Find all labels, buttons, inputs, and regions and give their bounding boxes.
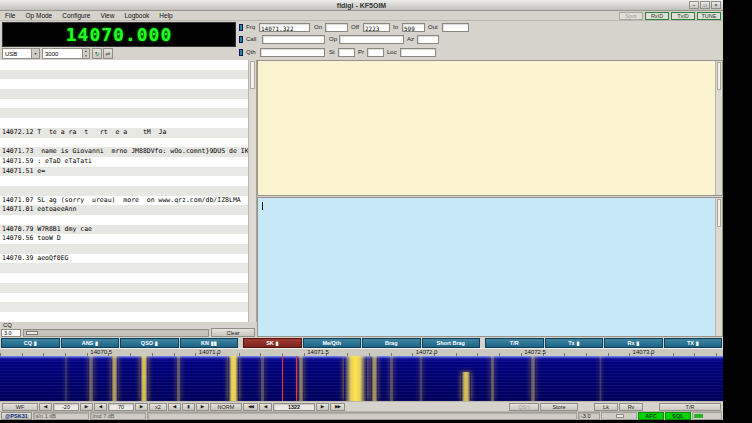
browser-row[interactable]: 14071.51 e= — [0, 167, 249, 177]
lock-button[interactable]: Lk — [594, 403, 618, 411]
freq-up-button[interactable]: ▶ — [316, 403, 329, 411]
menu-item[interactable]: Configure — [57, 11, 95, 20]
range-decrease-button[interactable]: ◀ — [94, 403, 107, 411]
browser-row[interactable] — [0, 89, 249, 99]
tx-scrollbar-thumb[interactable] — [717, 199, 721, 227]
wf-mode-button[interactable]: WF — [2, 403, 38, 411]
browser-row[interactable] — [0, 293, 249, 303]
bandwidth-select[interactable]: 3000 ▴ ▾ — [42, 48, 90, 59]
tx-level-slider[interactable] — [601, 412, 637, 420]
macro-button[interactable]: T/R — [485, 338, 544, 348]
freq-down-button[interactable]: ◀ — [259, 403, 272, 411]
st-field[interactable] — [338, 48, 355, 57]
tx-level-slider-handle[interactable] — [616, 414, 624, 418]
range-increase-button[interactable]: ▶ — [135, 403, 148, 411]
macro-button[interactable]: Rx ▮ — [604, 338, 663, 348]
scroll-left-button[interactable]: ◀ — [168, 403, 181, 411]
afc-button[interactable]: AFC — [638, 412, 664, 420]
loc-field[interactable] — [400, 48, 436, 57]
upper-level-decrease-button[interactable]: ◀ — [39, 403, 52, 411]
browser-row[interactable] — [0, 273, 249, 283]
rx-scrollbar[interactable] — [715, 61, 722, 195]
browser-row[interactable] — [0, 176, 249, 186]
browser-squelch-slider[interactable] — [23, 329, 209, 337]
browser-row[interactable]: 14071.73 name is Giovanni mrno JM88DVfo:… — [0, 147, 249, 157]
browser-row[interactable] — [0, 244, 249, 254]
time-off-field[interactable]: 2223 — [363, 23, 390, 32]
macro-button[interactable]: TX ▮ — [664, 338, 723, 348]
rst-in-field[interactable]: 599 — [402, 23, 425, 32]
browser-row[interactable]: 14070.39 aeoQf0EG — [0, 254, 249, 264]
browser-row[interactable]: 14070.56 tooW D — [0, 234, 249, 244]
browser-row[interactable]: 14072.12 T te a ra t rt e a tM Ja — [0, 128, 249, 138]
waterfall-scale[interactable]: 14070.514071.014071.514072.014072.514073… — [0, 348, 723, 356]
time-on-field[interactable] — [325, 23, 348, 32]
txrx-button[interactable]: T/R — [659, 403, 721, 411]
az-field[interactable] — [417, 35, 439, 44]
rst-out-field[interactable] — [442, 23, 469, 32]
macro-button[interactable]: CQ ▮ — [1, 338, 60, 348]
macro-button[interactable]: Me/Qth — [303, 338, 362, 348]
sideband-select[interactable]: USB ▾ — [2, 48, 40, 59]
id-toggle-button[interactable]: Spot — [619, 12, 643, 20]
macro-button[interactable]: QSO ▮ — [120, 338, 179, 348]
browser-scrollbar[interactable] — [248, 60, 256, 322]
op-field[interactable] — [339, 35, 404, 44]
browser-timeout-field[interactable]: 3.0 — [1, 329, 21, 337]
upper-level-increase-button[interactable]: ▶ — [80, 403, 93, 411]
browser-row[interactable] — [0, 302, 249, 312]
id-toggle-button[interactable]: TxID — [671, 12, 695, 20]
receive-text-panel[interactable] — [257, 60, 723, 196]
browser-row[interactable]: 14070.79 W7R8B1 dmy cae — [0, 225, 249, 235]
menu-item[interactable]: Help — [154, 11, 177, 20]
macro-button[interactable]: Brag — [362, 338, 421, 348]
browser-squelch-handle[interactable] — [26, 331, 38, 335]
store-button[interactable]: Store — [540, 403, 578, 411]
reverse-button[interactable]: Rv — [619, 403, 643, 411]
id-toggle-button[interactable]: TUNE — [697, 12, 721, 20]
browser-row[interactable] — [0, 70, 249, 80]
browser-row[interactable] — [0, 215, 249, 225]
norm-button[interactable]: NORM — [210, 403, 242, 411]
window-control-button[interactable]: □ — [700, 1, 710, 9]
qth-field[interactable] — [260, 48, 325, 57]
browser-row[interactable] — [0, 263, 249, 273]
browser-row[interactable] — [0, 108, 249, 118]
browser-row[interactable]: 14071.59 : eTaD eTaTati — [0, 157, 249, 167]
browser-row[interactable] — [0, 79, 249, 89]
macro-button[interactable]: Tx ▮ — [545, 338, 604, 348]
browser-row[interactable] — [0, 118, 249, 128]
browser-row[interactable] — [0, 283, 249, 293]
menu-item[interactable]: Logbook — [119, 11, 154, 20]
freq-coarse-up-button[interactable]: ▶▶ — [330, 403, 345, 411]
swap-frequencies-button[interactable]: ⇄ — [103, 48, 113, 59]
menu-item[interactable]: Op Mode — [20, 11, 57, 20]
macro-button[interactable]: ANS ▮ — [61, 338, 120, 348]
id-toggle-button[interactable]: RxID — [645, 12, 669, 20]
frequency-field[interactable]: 14071.322 — [259, 23, 310, 32]
macro-button[interactable]: Short Brag — [422, 338, 481, 348]
browser-row[interactable] — [0, 312, 249, 322]
zoom-button[interactable]: x2 — [149, 403, 167, 411]
browser-clear-button[interactable]: Clear — [211, 328, 255, 337]
pr-field[interactable] — [367, 48, 384, 57]
browser-row[interactable] — [0, 60, 249, 70]
qsy-button[interactable]: QSY — [509, 403, 539, 411]
frequency-display[interactable]: 14070.000 — [2, 22, 236, 47]
browser-scrollbar-thumb[interactable] — [250, 61, 255, 89]
browser-row[interactable] — [0, 138, 249, 148]
transmit-text-panel[interactable] — [257, 197, 723, 337]
window-control-button[interactable]: – — [689, 1, 699, 9]
rx-scrollbar-thumb[interactable] — [717, 62, 721, 90]
browser-row[interactable]: 14071.01 eotoaeeAnn — [0, 205, 249, 215]
menu-item[interactable]: File — [0, 11, 20, 20]
sql-button[interactable]: SQL — [665, 412, 691, 420]
mode-status-button[interactable]: @PSK31 — [1, 412, 32, 420]
title-bar[interactable]: fldigi - KF5OIM –□× — [0, 0, 723, 11]
spin-down-icon[interactable]: ▾ — [83, 54, 89, 59]
browser-row[interactable] — [0, 99, 249, 109]
center-signal-button[interactable]: ▮ — [182, 403, 195, 411]
tx-scrollbar[interactable] — [715, 198, 722, 336]
waterfall-display[interactable] — [0, 356, 723, 401]
macro-button[interactable]: SK ▮ — [243, 338, 302, 348]
